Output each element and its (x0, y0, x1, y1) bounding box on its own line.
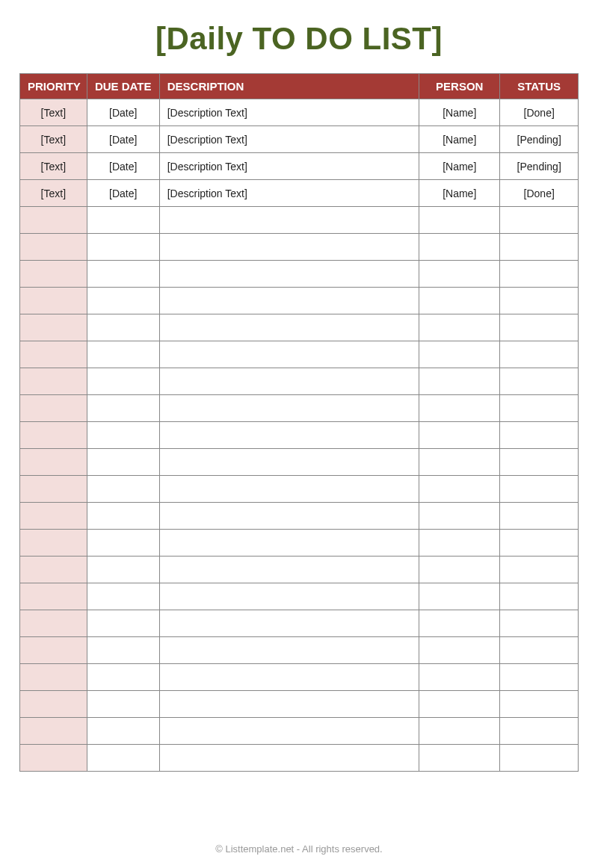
cell-description[interactable] (159, 610, 419, 637)
cell-due-date[interactable]: [Date] (87, 99, 159, 126)
cell-status[interactable] (500, 234, 579, 261)
cell-priority[interactable] (20, 503, 87, 530)
cell-priority[interactable] (20, 207, 87, 234)
cell-due-date[interactable] (87, 664, 159, 691)
cell-due-date[interactable] (87, 610, 159, 637)
cell-priority[interactable] (20, 745, 87, 772)
cell-person[interactable] (419, 637, 500, 664)
cell-due-date[interactable] (87, 557, 159, 583)
cell-due-date[interactable] (87, 341, 159, 368)
cell-due-date[interactable] (87, 207, 159, 234)
cell-description[interactable] (159, 368, 419, 395)
cell-person[interactable] (419, 718, 500, 745)
cell-due-date[interactable] (87, 288, 159, 314)
cell-priority[interactable] (20, 557, 87, 583)
cell-status[interactable]: [Pending] (500, 153, 579, 180)
cell-due-date[interactable] (87, 745, 159, 772)
cell-description[interactable] (159, 234, 419, 261)
cell-status[interactable] (500, 314, 579, 341)
cell-due-date[interactable] (87, 368, 159, 395)
cell-person[interactable] (419, 610, 500, 637)
cell-status[interactable]: [Pending] (500, 126, 579, 153)
cell-priority[interactable] (20, 234, 87, 261)
cell-priority[interactable] (20, 422, 87, 449)
cell-status[interactable] (500, 530, 579, 557)
cell-person[interactable] (419, 261, 500, 288)
cell-description[interactable] (159, 314, 419, 341)
cell-description[interactable] (159, 664, 419, 691)
cell-status[interactable]: [Done] (500, 180, 579, 207)
cell-person[interactable] (419, 691, 500, 718)
cell-status[interactable]: [Done] (500, 99, 579, 126)
cell-status[interactable] (500, 664, 579, 691)
cell-priority[interactable] (20, 261, 87, 288)
cell-description[interactable] (159, 637, 419, 664)
cell-priority[interactable] (20, 288, 87, 314)
cell-person[interactable]: [Name] (419, 180, 500, 207)
cell-status[interactable] (500, 449, 579, 476)
cell-person[interactable]: [Name] (419, 99, 500, 126)
cell-status[interactable] (500, 288, 579, 314)
cell-priority[interactable] (20, 476, 87, 503)
cell-priority[interactable]: [Text] (20, 180, 87, 207)
cell-description[interactable] (159, 422, 419, 449)
cell-person[interactable] (419, 664, 500, 691)
cell-person[interactable] (419, 503, 500, 530)
cell-status[interactable] (500, 745, 579, 772)
cell-description[interactable] (159, 718, 419, 745)
cell-status[interactable] (500, 557, 579, 583)
cell-description[interactable] (159, 583, 419, 610)
cell-priority[interactable]: [Text] (20, 126, 87, 153)
cell-priority[interactable] (20, 637, 87, 664)
cell-due-date[interactable]: [Date] (87, 126, 159, 153)
cell-person[interactable] (419, 288, 500, 314)
cell-priority[interactable] (20, 610, 87, 637)
cell-description[interactable] (159, 288, 419, 314)
cell-due-date[interactable] (87, 583, 159, 610)
cell-status[interactable] (500, 476, 579, 503)
cell-priority[interactable] (20, 368, 87, 395)
cell-priority[interactable] (20, 341, 87, 368)
cell-person[interactable] (419, 557, 500, 583)
cell-status[interactable] (500, 610, 579, 637)
cell-priority[interactable] (20, 664, 87, 691)
cell-person[interactable] (419, 234, 500, 261)
cell-due-date[interactable] (87, 422, 159, 449)
cell-due-date[interactable] (87, 530, 159, 557)
cell-description[interactable] (159, 395, 419, 422)
cell-description[interactable]: [Description Text] (159, 99, 419, 126)
cell-priority[interactable] (20, 449, 87, 476)
cell-priority[interactable]: [Text] (20, 153, 87, 180)
cell-description[interactable]: [Description Text] (159, 126, 419, 153)
cell-description[interactable]: [Description Text] (159, 180, 419, 207)
cell-due-date[interactable] (87, 449, 159, 476)
cell-due-date[interactable] (87, 691, 159, 718)
cell-description[interactable] (159, 449, 419, 476)
cell-priority[interactable] (20, 691, 87, 718)
cell-person[interactable] (419, 476, 500, 503)
cell-due-date[interactable]: [Date] (87, 153, 159, 180)
cell-due-date[interactable] (87, 503, 159, 530)
cell-person[interactable]: [Name] (419, 126, 500, 153)
cell-priority[interactable] (20, 718, 87, 745)
cell-description[interactable] (159, 691, 419, 718)
cell-status[interactable] (500, 261, 579, 288)
cell-person[interactable] (419, 583, 500, 610)
cell-priority[interactable] (20, 583, 87, 610)
cell-description[interactable] (159, 745, 419, 772)
cell-due-date[interactable] (87, 261, 159, 288)
cell-description[interactable] (159, 261, 419, 288)
cell-description[interactable] (159, 341, 419, 368)
cell-due-date[interactable]: [Date] (87, 180, 159, 207)
cell-status[interactable] (500, 583, 579, 610)
cell-person[interactable] (419, 341, 500, 368)
cell-due-date[interactable] (87, 234, 159, 261)
cell-description[interactable] (159, 207, 419, 234)
cell-due-date[interactable] (87, 395, 159, 422)
cell-status[interactable] (500, 718, 579, 745)
cell-status[interactable] (500, 341, 579, 368)
cell-person[interactable] (419, 745, 500, 772)
cell-person[interactable] (419, 207, 500, 234)
cell-priority[interactable]: [Text] (20, 99, 87, 126)
cell-status[interactable] (500, 637, 579, 664)
